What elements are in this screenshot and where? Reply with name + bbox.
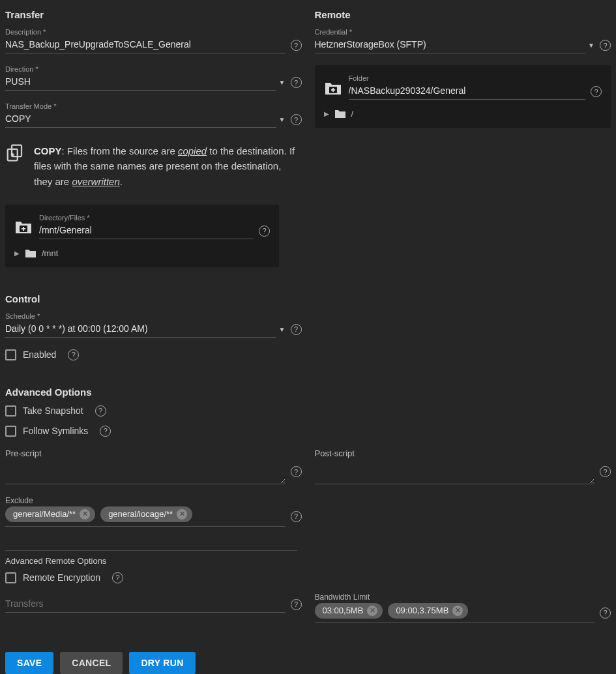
post-script-textarea[interactable] — [315, 460, 595, 484]
chevron-down-icon: ▼ — [279, 116, 286, 123]
help-icon[interactable]: ? — [600, 466, 611, 477]
folder-icon — [25, 248, 37, 258]
cancel-button[interactable]: CANCEL — [60, 652, 123, 674]
chip-remove-icon[interactable]: ✕ — [177, 509, 187, 520]
take-snapshot-label: Take Snapshot — [23, 405, 83, 416]
source-directory-panel: Directory/Files * ? ▶ /mnt — [5, 205, 279, 267]
bandwidth-chip: 03:00,5MB ✕ — [315, 603, 383, 619]
chevron-down-icon: ▼ — [279, 326, 286, 333]
source-tree-root-label: /mnt — [42, 248, 58, 258]
help-icon[interactable]: ? — [291, 77, 302, 88]
transfer-mode-info: COPY: Files from the source are copied t… — [5, 139, 302, 193]
remote-encryption-checkbox[interactable] — [5, 572, 16, 583]
follow-symlinks-checkbox[interactable] — [5, 426, 16, 437]
remote-encryption-label: Remote Encryption — [23, 572, 100, 583]
transfer-section-title: Transfer — [5, 9, 302, 20]
dry-run-button[interactable]: DRY RUN — [129, 652, 195, 674]
direction-select[interactable]: PUSH — [5, 74, 276, 91]
source-tree-row[interactable]: ▶ /mnt — [14, 248, 270, 258]
exclude-chip: general/iocage/** ✕ — [100, 506, 192, 522]
chevron-right-icon: ▶ — [14, 250, 20, 257]
folder-icon — [334, 109, 346, 119]
remote-tree-root-label: / — [351, 109, 354, 119]
transfer-mode-label: Transfer Mode * — [5, 102, 302, 110]
transfers-input[interactable] — [5, 596, 286, 613]
description-input[interactable] — [5, 37, 286, 53]
chip-remove-icon[interactable]: ✕ — [452, 606, 463, 616]
remote-folder-panel: Folder ? ▶ / — [315, 65, 611, 128]
bandwidth-chip: 09:00,3.75MB ✕ — [388, 603, 468, 619]
save-button[interactable]: SAVE — [5, 652, 53, 674]
exclude-chip: general/Media/** ✕ — [5, 506, 95, 522]
control-section-title: Control — [5, 293, 611, 304]
help-icon[interactable]: ? — [112, 572, 123, 583]
description-label: Description * — [5, 28, 302, 36]
help-icon[interactable]: ? — [291, 114, 302, 125]
folder-plus-icon[interactable] — [324, 80, 341, 95]
exclude-label: Exclude — [5, 496, 302, 505]
help-icon[interactable]: ? — [591, 86, 602, 97]
bandwidth-label: Bandwidth Limit — [315, 593, 611, 602]
remote-folder-label: Folder — [349, 74, 602, 82]
copy-icon — [5, 143, 25, 189]
credential-label: Credential * — [315, 28, 611, 36]
credential-select[interactable]: HetznerStorageBox (SFTP) — [315, 37, 586, 53]
schedule-label: Schedule * — [5, 312, 302, 320]
bandwidth-chip-input[interactable]: 03:00,5MB ✕ 09:00,3.75MB ✕ — [315, 603, 595, 623]
help-icon[interactable]: ? — [100, 426, 111, 437]
follow-symlinks-label: Follow Symlinks — [23, 426, 88, 436]
directory-files-input[interactable] — [39, 223, 254, 239]
post-script-label: Post-script — [315, 448, 611, 458]
exclude-chip-input[interactable]: general/Media/** ✕ general/iocage/** ✕ — [5, 506, 286, 527]
chevron-right-icon: ▶ — [324, 110, 329, 117]
chevron-down-icon: ▼ — [279, 79, 286, 86]
directory-files-label: Directory/Files * — [39, 214, 270, 222]
chip-remove-icon[interactable]: ✕ — [367, 606, 377, 616]
transfer-mode-select[interactable]: COPY — [5, 111, 276, 128]
advanced-section-title: Advanced Options — [5, 387, 611, 398]
help-icon[interactable]: ? — [259, 226, 270, 237]
enabled-checkbox[interactable] — [5, 349, 16, 360]
enabled-label: Enabled — [23, 349, 56, 360]
help-icon[interactable]: ? — [68, 349, 79, 360]
remote-tree-row[interactable]: ▶ / — [324, 109, 602, 119]
remote-section-title: Remote — [315, 9, 611, 20]
remote-folder-input[interactable] — [349, 83, 586, 100]
help-icon[interactable]: ? — [291, 40, 302, 51]
advanced-remote-title: Advanced Remote Options — [5, 556, 611, 566]
help-icon[interactable]: ? — [291, 599, 302, 610]
take-snapshot-checkbox[interactable] — [5, 405, 16, 417]
schedule-select[interactable]: Daily (0 0 * * *) at 00:00 (12:00 AM) — [5, 321, 276, 338]
pre-script-textarea[interactable] — [5, 460, 286, 484]
direction-label: Direction * — [5, 65, 302, 73]
chip-remove-icon[interactable]: ✕ — [80, 509, 90, 520]
help-icon[interactable]: ? — [600, 40, 611, 51]
help-icon[interactable]: ? — [291, 324, 302, 335]
help-icon[interactable]: ? — [95, 405, 106, 417]
chevron-down-icon: ▼ — [588, 42, 594, 49]
folder-plus-icon[interactable] — [14, 219, 31, 233]
help-icon[interactable]: ? — [291, 511, 302, 522]
help-icon[interactable]: ? — [291, 466, 302, 477]
pre-script-label: Pre-script — [5, 448, 302, 458]
info-bold: COPY — [34, 145, 62, 156]
help-icon[interactable]: ? — [600, 608, 611, 619]
